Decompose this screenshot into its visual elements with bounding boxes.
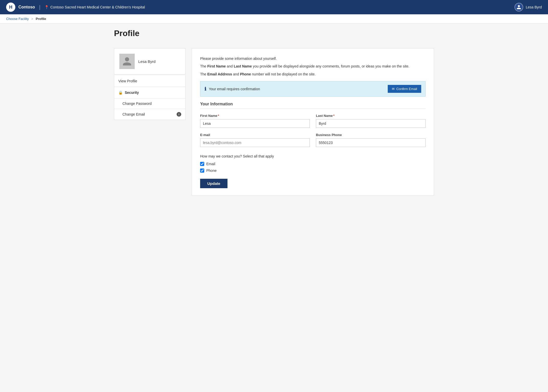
last-name-required: * — [333, 114, 335, 118]
sidebar-avatar — [119, 54, 135, 69]
view-profile-label: View Profile — [118, 79, 137, 83]
lock-icon: 🔒 — [118, 91, 123, 95]
main-container: Lesa Byrd View Profile 🔒 Security Change… — [108, 42, 440, 202]
intro-line1: Please provide some information about yo… — [200, 56, 426, 61]
change-password-label: Change Password — [122, 102, 152, 106]
confirm-email-button[interactable]: ✉ Confirm Email — [388, 85, 421, 93]
phone-group: Business Phone — [316, 133, 426, 147]
user-name: Lesa Byrd — [526, 5, 542, 9]
email-input[interactable] — [200, 138, 310, 147]
last-name-label: Last Name* — [316, 114, 426, 118]
first-name-bold: First Name — [207, 64, 226, 68]
email-group: E-mail — [200, 133, 310, 147]
confirm-email-label: Confirm Email — [396, 87, 417, 91]
content-intro: Please provide some information about yo… — [200, 56, 426, 77]
user-avatar[interactable] — [515, 3, 523, 12]
phone-label: Business Phone — [316, 133, 426, 137]
sidebar-item-change-password[interactable]: Change Password — [114, 98, 186, 109]
phone-checkbox-label: Phone — [206, 169, 216, 173]
breadcrumb-parent[interactable]: Choose Facility — [6, 17, 29, 21]
last-name-input[interactable] — [316, 119, 426, 128]
location-icon: 📍 — [44, 5, 49, 9]
alert-message: Your email requires confirmation — [209, 87, 260, 91]
header-right: Lesa Byrd — [515, 3, 542, 12]
security-label: Security — [125, 91, 139, 95]
change-email-info-icon: i — [177, 112, 181, 117]
sidebar-item-view-profile[interactable]: View Profile — [114, 75, 186, 87]
your-information-section-title: Your Information — [200, 102, 426, 109]
phone-bold: Phone — [240, 72, 251, 76]
breadcrumb-current: Profile — [36, 17, 46, 21]
email-checkbox-label: Email — [206, 162, 215, 166]
facility-name: 📍 Contoso Sacred Heart Medical Center & … — [44, 5, 145, 9]
sidebar-username: Lesa Byrd — [138, 59, 156, 64]
contact-question: How may we contact you? Select all that … — [200, 154, 426, 158]
email-label: E-mail — [200, 133, 310, 137]
page-title-area: Profile — [108, 24, 440, 38]
phone-checkbox-item[interactable]: Phone — [200, 169, 426, 173]
page-title: Profile — [114, 29, 434, 38]
header-divider: | — [39, 4, 40, 10]
sidebar-item-change-email[interactable]: Change Email i — [114, 109, 186, 120]
sidebar: Lesa Byrd View Profile 🔒 Security Change… — [114, 48, 186, 196]
breadcrumb: Choose Facility > Profile — [0, 14, 548, 24]
brand-name: Contoso — [18, 5, 35, 9]
update-button[interactable]: Update — [200, 179, 227, 188]
contact-section: How may we contact you? Select all that … — [200, 154, 426, 188]
phone-checkbox[interactable] — [200, 169, 204, 173]
first-name-required: * — [218, 114, 219, 118]
header-left: H Contoso | 📍 Contoso Sacred Heart Medic… — [6, 3, 145, 12]
email-checkbox-item[interactable]: Email — [200, 162, 426, 166]
name-form-row: First Name* Last Name* — [200, 114, 426, 128]
breadcrumb-separator: > — [31, 17, 33, 21]
content-area: Please provide some information about yo… — [192, 48, 434, 196]
header-logo: H — [6, 3, 15, 12]
email-icon: ✉ — [392, 87, 395, 91]
sidebar-security-header: 🔒 Security — [114, 87, 186, 98]
header: H Contoso | 📍 Contoso Sacred Heart Medic… — [0, 0, 548, 14]
intro-line2: The First Name and Last Name you provide… — [200, 63, 426, 69]
alert-info-icon: ℹ — [204, 86, 206, 92]
contact-checkboxes: Email Phone — [200, 162, 426, 173]
email-address-bold: Email Address — [207, 72, 232, 76]
intro-line3: The Email Address and Phone number will … — [200, 71, 426, 77]
sidebar-profile-card: Lesa Byrd — [114, 48, 186, 74]
alert-left: ℹ Your email requires confirmation — [204, 86, 260, 92]
first-name-input[interactable] — [200, 119, 310, 128]
email-phone-form-row: E-mail Business Phone — [200, 133, 426, 147]
last-name-group: Last Name* — [316, 114, 426, 128]
first-name-group: First Name* — [200, 114, 310, 128]
email-checkbox[interactable] — [200, 162, 204, 166]
last-name-bold: Last Name — [234, 64, 252, 68]
phone-input[interactable] — [316, 138, 426, 147]
first-name-label: First Name* — [200, 114, 310, 118]
change-email-label: Change Email — [122, 112, 145, 116]
email-confirmation-alert: ℹ Your email requires confirmation ✉ Con… — [200, 81, 426, 97]
